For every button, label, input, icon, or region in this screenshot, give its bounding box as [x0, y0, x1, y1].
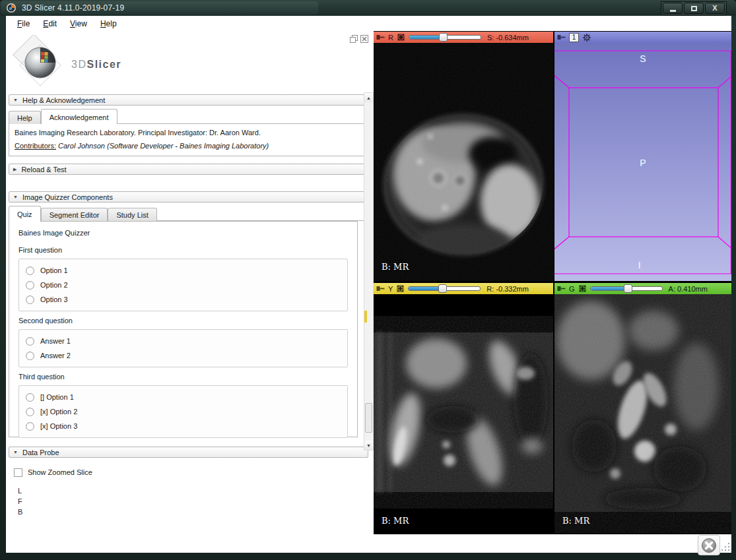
tab-study-list[interactable]: Study List — [108, 208, 156, 221]
contributors-line: Contributors: Carol Johnson (Software De… — [15, 142, 358, 150]
red-slice-slider[interactable] — [409, 33, 481, 42]
question-group: [] Option 1 [x] Option 2 [x] Option 3 — [18, 385, 348, 438]
menu-help[interactable]: Help — [94, 17, 123, 30]
radio-icon[interactable] — [26, 337, 34, 346]
slice-view-menu-icon[interactable] — [396, 284, 405, 293]
option-label: Option 2 — [40, 281, 68, 289]
slider-handle[interactable] — [438, 284, 447, 293]
radio-icon[interactable] — [26, 296, 34, 304]
section-title: Data Probe — [22, 449, 59, 456]
data-probe-axes: L F B — [18, 485, 368, 517]
pin-icon[interactable] — [557, 34, 566, 40]
axis-label-f: F — [18, 496, 368, 507]
threed-view-header: 1 — [554, 32, 731, 43]
scroll-up-icon[interactable]: ▲ — [364, 93, 373, 102]
scrollbar-thumb[interactable] — [365, 403, 372, 433]
option-label: Answer 1 — [40, 337, 71, 345]
scrollbar-marker — [364, 311, 367, 323]
show-zoomed-slice-row[interactable]: Show Zoomed Slice — [14, 467, 368, 478]
radio-icon[interactable] — [26, 352, 34, 360]
green-slice-view[interactable]: B: MR — [554, 294, 731, 535]
slicer-logo: 3DSlicer — [7, 35, 70, 93]
threed-view-selector[interactable]: 1 — [569, 33, 579, 42]
green-slice-slider[interactable] — [590, 284, 663, 293]
scroll-down-icon[interactable]: ▼ — [364, 441, 373, 450]
minimize-icon — [670, 10, 676, 12]
red-view-letter: R — [388, 34, 393, 42]
slider-handle[interactable] — [624, 284, 632, 293]
window-title: 3D Slicer 4.11.0-2019-07-19 — [22, 3, 124, 13]
quizzer-tabbar: Quiz Segment Editor Study List — [9, 206, 368, 221]
radio-icon[interactable] — [26, 422, 34, 431]
quiz-heading: Baines Image Quizzer — [18, 229, 348, 237]
section-reload-test[interactable]: ▶ Reload & Test — [9, 164, 368, 175]
red-slice-view[interactable]: B: MR — [374, 43, 553, 281]
green-slice-header: G A: 0.410mm — [554, 283, 731, 294]
maximize-button[interactable] — [684, 3, 704, 14]
title-bar[interactable]: 3D Slicer 4.11.0-2019-07-19 X — [0, 0, 736, 16]
collapse-closed-icon: ▶ — [13, 167, 17, 172]
menu-edit[interactable]: Edit — [37, 17, 63, 30]
quiz-page: Baines Image Quizzer First question Opti… — [9, 221, 358, 437]
radio-option[interactable]: Option 2 — [26, 278, 347, 292]
collapse-open-icon: ▼ — [13, 195, 18, 199]
green-background-volume-label: B: MR — [562, 516, 589, 526]
red-background-volume-label: B: MR — [382, 262, 409, 272]
radio-option[interactable]: Answer 1 — [26, 334, 347, 348]
help-ack-tabbar: Help Acknowledgement — [9, 109, 368, 124]
threed-view[interactable]: S P I — [554, 43, 731, 281]
error-log-close-button[interactable] — [698, 535, 720, 555]
section-title: Image Quizzer Components — [22, 193, 113, 201]
resize-grip[interactable] — [721, 543, 730, 551]
yellow-slice-slider[interactable] — [408, 284, 481, 293]
section-help-acknowledgement[interactable]: ▼ Help & Acknowledgement — [9, 94, 368, 106]
section-image-quizzer[interactable]: ▼ Image Quizzer Components — [9, 191, 368, 202]
tab-quiz[interactable]: Quiz — [9, 206, 41, 221]
radio-icon[interactable] — [26, 266, 34, 275]
slider-handle[interactable] — [439, 33, 448, 42]
undock-panel-icon[interactable] — [350, 35, 358, 44]
app-window: 3D Slicer 4.11.0-2019-07-19 X File Edit … — [0, 0, 736, 560]
pin-icon[interactable] — [376, 34, 385, 40]
radio-option[interactable]: Answer 2 — [26, 348, 347, 363]
acknowledgement-line: Baines Imaging Research Laboratory. Prin… — [15, 129, 358, 137]
slice-view-menu-icon[interactable] — [397, 33, 405, 42]
app-icon — [6, 3, 17, 15]
close-button[interactable]: X — [705, 3, 725, 14]
slice-view-menu-icon[interactable] — [578, 284, 587, 293]
view-options-gear-icon[interactable] — [582, 33, 591, 42]
menu-view[interactable]: View — [64, 17, 93, 30]
option-label: [] Option 1 — [40, 393, 74, 401]
tab-segment-editor[interactable]: Segment Editor — [41, 208, 108, 221]
window-controls: X — [661, 1, 727, 16]
panel-scrollbar[interactable]: ▲ ▼ — [364, 92, 374, 451]
pin-icon[interactable] — [376, 286, 385, 292]
radio-icon[interactable] — [26, 281, 34, 290]
radio-option[interactable]: [x] Option 2 — [26, 404, 347, 419]
red-slice-offset: S: -0.634mm — [487, 34, 529, 42]
radio-option[interactable]: [x] Option 3 — [26, 419, 347, 433]
yellow-background-volume-label: B: MR — [382, 516, 409, 526]
orientation-label-superior: S — [640, 53, 646, 64]
close-panel-icon[interactable] — [360, 35, 368, 44]
tab-help[interactable]: Help — [9, 111, 41, 124]
radio-icon[interactable] — [26, 393, 34, 402]
radio-option[interactable]: Option 3 — [26, 292, 347, 307]
pin-icon[interactable] — [557, 286, 566, 292]
section-data-probe[interactable]: ▼ Data Probe — [9, 447, 368, 458]
option-label: Option 1 — [40, 266, 68, 274]
checkbox-icon[interactable] — [14, 468, 22, 477]
question-group: Answer 1 Answer 2 — [18, 329, 348, 367]
minimize-button[interactable] — [663, 3, 683, 14]
tab-acknowledgement[interactable]: Acknowledgement — [41, 109, 117, 124]
radio-icon[interactable] — [26, 408, 34, 416]
radio-option[interactable]: [] Option 1 — [26, 390, 347, 404]
yellow-slice-view[interactable]: B: MR — [374, 294, 553, 535]
radio-option[interactable]: Option 1 — [26, 263, 347, 278]
contributors-text: Carol Johnson (Software Developer - Bain… — [58, 142, 269, 150]
green-slice-offset: A: 0.410mm — [669, 285, 708, 293]
status-strip — [6, 534, 731, 553]
orientation-label-inferior: I — [638, 260, 641, 270]
collapse-open-icon: ▼ — [13, 450, 18, 454]
menu-file[interactable]: File — [11, 17, 36, 30]
